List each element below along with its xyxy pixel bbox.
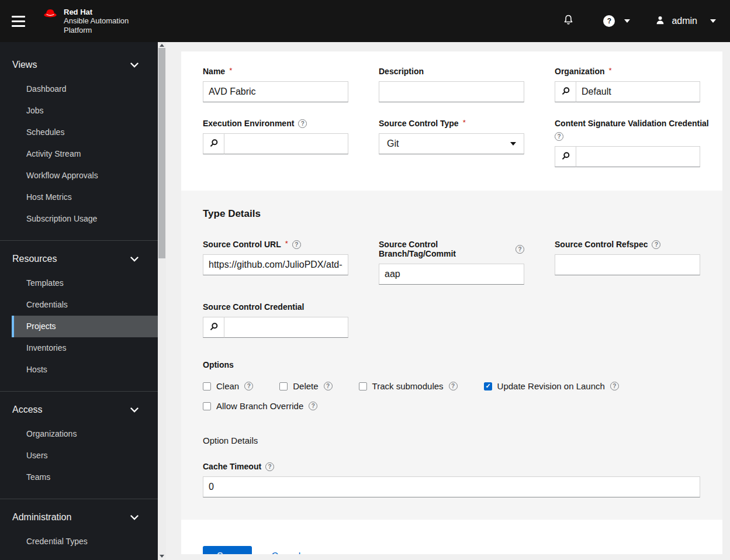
help-icon[interactable]: ? bbox=[244, 382, 253, 390]
field-name: Name * bbox=[203, 67, 348, 102]
option-allow-branch-override[interactable]: Allow Branch Override ? bbox=[203, 401, 317, 411]
help-icon[interactable]: ? bbox=[298, 119, 307, 128]
help-menu-button[interactable]: ? bbox=[603, 15, 630, 27]
chevron-down-icon bbox=[624, 19, 630, 23]
organization-input[interactable] bbox=[576, 81, 700, 102]
sidebar-item-hosts[interactable]: Hosts bbox=[12, 359, 158, 381]
sidebar-item-subscription-usage[interactable]: Subscription Usage bbox=[12, 208, 158, 230]
scm-type-select[interactable]: Git bbox=[379, 133, 524, 154]
help-icon[interactable]: ? bbox=[265, 462, 274, 471]
required-asterisk: * bbox=[609, 66, 612, 75]
field-scm-refspec: Source Control Refspec ? bbox=[555, 240, 700, 285]
help-icon[interactable]: ? bbox=[516, 245, 524, 254]
organization-label: Organization * bbox=[555, 67, 700, 76]
sidebar-group-toggle-resources[interactable]: Resources bbox=[0, 249, 158, 269]
content-signature-input[interactable] bbox=[576, 146, 700, 167]
user-icon bbox=[655, 15, 666, 28]
content-signature-search-button[interactable] bbox=[555, 146, 576, 167]
sidebar-item-activity-stream[interactable]: Activity Stream bbox=[12, 143, 158, 165]
search-icon bbox=[209, 322, 219, 333]
clean-checkbox[interactable] bbox=[203, 382, 211, 390]
sidebar-group-toggle-access[interactable]: Access bbox=[0, 400, 158, 420]
options-row-1: Clean ? Delete ? Track submodules ? bbox=[203, 381, 700, 391]
search-icon bbox=[561, 87, 570, 98]
options-row-2: Allow Branch Override ? bbox=[203, 401, 700, 411]
content-signature-label: Content Signature Validation Credential … bbox=[555, 119, 700, 141]
help-icon[interactable]: ? bbox=[309, 402, 317, 410]
required-asterisk: * bbox=[229, 66, 232, 75]
sidebar-item-inventories[interactable]: Inventories bbox=[12, 337, 158, 359]
option-track-submodules[interactable]: Track submodules ? bbox=[359, 381, 458, 391]
brand-text: Red Hat Ansible Automation Platform bbox=[64, 8, 129, 34]
brand-line-1: Red Hat bbox=[64, 8, 129, 16]
option-label: Allow Branch Override bbox=[216, 401, 303, 411]
sidebar-item-dashboard[interactable]: Dashboard bbox=[12, 78, 158, 100]
help-icon[interactable]: ? bbox=[652, 240, 660, 249]
chevron-down-icon bbox=[130, 512, 139, 523]
scroll-down-icon[interactable] bbox=[160, 555, 164, 558]
hamburger-icon bbox=[12, 16, 25, 18]
name-label: Name * bbox=[203, 67, 348, 76]
save-button[interactable]: Save bbox=[203, 546, 252, 554]
sidebar-item-credential-types[interactable]: Credential Types bbox=[12, 531, 158, 552]
execution-environment-search-button[interactable] bbox=[203, 133, 224, 154]
user-menu-button[interactable]: admin bbox=[655, 15, 716, 28]
sidebar-group-toggle-views[interactable]: Views bbox=[0, 55, 158, 75]
sidebar-group-label: Administration bbox=[12, 512, 71, 523]
scm-credential-search-button[interactable] bbox=[203, 317, 224, 338]
sidebar-group-resources: Resources Templates Credentials Projects… bbox=[0, 241, 158, 392]
allow-branch-override-checkbox[interactable] bbox=[203, 402, 211, 410]
option-label: Clean bbox=[216, 381, 239, 391]
execution-environment-input[interactable] bbox=[224, 133, 348, 154]
name-input[interactable] bbox=[203, 81, 348, 102]
scrollbar-thumb[interactable] bbox=[158, 48, 165, 258]
nav-toggle-button[interactable] bbox=[12, 16, 25, 27]
scm-refspec-input[interactable] bbox=[555, 254, 700, 275]
sidebar-group-toggle-administration[interactable]: Administration bbox=[0, 507, 158, 527]
scm-branch-input[interactable] bbox=[379, 264, 524, 285]
description-input[interactable] bbox=[379, 81, 524, 102]
notifications-button[interactable] bbox=[563, 14, 574, 28]
sidebar-item-users[interactable]: Users bbox=[12, 445, 158, 466]
sidebar-item-jobs[interactable]: Jobs bbox=[12, 100, 158, 122]
help-icon[interactable]: ? bbox=[324, 382, 333, 390]
sidebar-item-workflow-approvals[interactable]: Workflow Approvals bbox=[12, 165, 158, 186]
field-cache-timeout: Cache Timeout ? bbox=[203, 462, 700, 497]
scm-credential-input[interactable] bbox=[224, 317, 348, 338]
sidebar-item-templates[interactable]: Templates bbox=[12, 272, 158, 294]
option-clean[interactable]: Clean ? bbox=[203, 381, 253, 391]
cache-timeout-input[interactable] bbox=[203, 476, 700, 497]
sidebar-item-credentials[interactable]: Credentials bbox=[12, 294, 158, 316]
scm-url-input[interactable] bbox=[203, 254, 348, 275]
scroll-up-icon[interactable] bbox=[160, 44, 164, 47]
option-update-revision-on-launch[interactable]: Update Revision on Launch ? bbox=[484, 381, 619, 391]
update-revision-checkbox[interactable] bbox=[484, 382, 492, 390]
field-description: Description bbox=[379, 67, 524, 102]
type-details-title: Type Details bbox=[203, 208, 700, 220]
organization-search-button[interactable] bbox=[555, 81, 576, 102]
sidebar-item-host-metrics[interactable]: Host Metrics bbox=[12, 186, 158, 208]
help-icon[interactable]: ? bbox=[555, 132, 563, 141]
brand-line-2: Ansible Automation bbox=[64, 16, 129, 25]
option-delete[interactable]: Delete ? bbox=[279, 381, 332, 391]
sidebar-group-administration: Administration Credential Types bbox=[0, 499, 158, 560]
sidebar-item-teams[interactable]: Teams bbox=[12, 466, 158, 488]
help-icon[interactable]: ? bbox=[449, 382, 458, 390]
sidebar-item-schedules[interactable]: Schedules bbox=[12, 122, 158, 143]
project-edit-form-card: Name * Description bbox=[181, 51, 722, 554]
scm-branch-label: Source Control Branch/Tag/Commit ? bbox=[379, 240, 524, 258]
delete-checkbox[interactable] bbox=[279, 382, 288, 390]
redhat-brand: Red Hat Ansible Automation Platform bbox=[41, 8, 129, 34]
cancel-button[interactable]: Cancel bbox=[271, 551, 300, 554]
field-content-signature: Content Signature Validation Credential … bbox=[555, 119, 700, 167]
help-icon[interactable]: ? bbox=[292, 240, 301, 249]
main-content: Name * Description bbox=[166, 42, 730, 560]
sidebar-item-organizations[interactable]: Organizations bbox=[12, 423, 158, 445]
help-icon[interactable]: ? bbox=[610, 382, 619, 390]
sidebar-item-projects[interactable]: Projects bbox=[12, 316, 158, 337]
scm-type-label: Source Control Type * bbox=[379, 119, 524, 128]
field-execution-environment: Execution Environment ? bbox=[203, 119, 348, 167]
sidebar: Views Dashboard Jobs Schedules Activity … bbox=[0, 42, 158, 560]
sidebar-scrollbar[interactable] bbox=[158, 42, 166, 560]
track-submodules-checkbox[interactable] bbox=[359, 382, 367, 390]
